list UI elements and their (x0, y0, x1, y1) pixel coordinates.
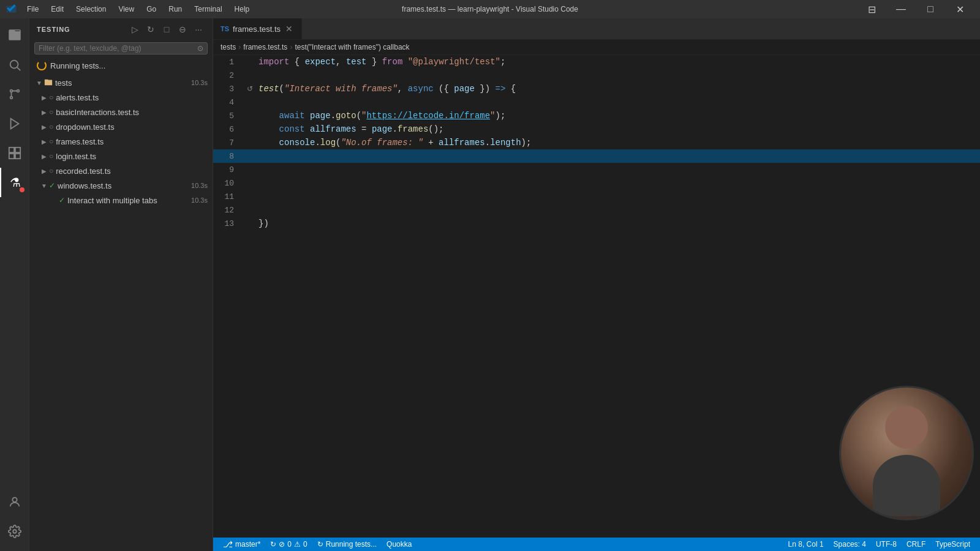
tree-item-interact-tabs[interactable]: ✓ Interact with multiple tabs 10.3s (29, 193, 213, 208)
code-line-9: 9 (213, 163, 980, 176)
maximize-button[interactable]: □ (916, 0, 944, 18)
frames-label: frames.test.ts (56, 137, 213, 146)
line-gutter-8 (244, 149, 256, 163)
close-button[interactable]: ✕ (946, 0, 974, 18)
menu-file[interactable]: File (22, 4, 43, 15)
expand-icon: ▶ (39, 166, 49, 176)
line-content-10[interactable] (256, 176, 980, 190)
svg-point-11 (12, 498, 17, 502)
line-content-1[interactable]: import { expect, test } from "@playwrigh… (256, 55, 980, 69)
svg-rect-7 (9, 148, 13, 152)
line-gutter-11 (244, 190, 256, 203)
more-actions-button[interactable]: ··· (192, 23, 205, 36)
git-branch-status[interactable]: ⎇ master* (218, 538, 265, 551)
ts-file-icon: TS (221, 25, 229, 32)
line-gutter-9 (244, 163, 256, 176)
line-content-7[interactable]: console.log("No.of frames: " + allframes… (256, 136, 980, 149)
line-content-2[interactable] (256, 69, 980, 82)
menu-edit[interactable]: Edit (46, 4, 69, 15)
breadcrumb-test[interactable]: test("Interact with frames") callback (295, 43, 409, 51)
encoding-status[interactable]: UTF-8 (871, 540, 902, 549)
tree-item-tests[interactable]: ▼ tests 10.3s (29, 75, 213, 90)
breadcrumb-tests[interactable]: tests (221, 43, 236, 51)
language-status[interactable]: TypeScript (930, 540, 975, 549)
tree-item-dropdown[interactable]: ▶ ○ dropdown.test.ts (29, 119, 213, 134)
line-gutter-1 (244, 55, 256, 69)
titlebar-controls: ⊟ — □ ✕ (858, 0, 974, 18)
svg-point-3 (10, 97, 12, 99)
filter-input[interactable] (39, 44, 197, 53)
expand-icon: ▶ (39, 151, 49, 161)
expand-icon: ▼ (34, 78, 44, 88)
filter-box[interactable]: ⊙ (34, 42, 208, 54)
frames-tab[interactable]: TS frames.test.ts ✕ (213, 18, 302, 39)
warnings-label: 0 (303, 540, 307, 549)
line-content-4[interactable] (256, 96, 980, 109)
sync-status[interactable]: ↻ ⊘ 0 ⚠ 0 (265, 538, 312, 551)
test-tree: ▼ tests 10.3s ▶ ○ alerts.test.ts ▶ ○ bas… (29, 74, 213, 551)
line-ending-status[interactable]: CRLF (902, 540, 930, 549)
layout-icon[interactable]: ⊟ (858, 0, 886, 18)
tab-label: frames.test.ts (233, 24, 281, 34)
menu-run[interactable]: Run (164, 4, 187, 15)
line-content-3[interactable]: test("Interact with frames", async ({ pa… (256, 82, 980, 96)
tree-item-recorded[interactable]: ▶ ○ recorded.test.ts (29, 163, 213, 178)
line-content-13[interactable]: }) (256, 217, 980, 230)
line-gutter-6 (244, 122, 256, 136)
run-debug-activity-icon[interactable] (0, 109, 29, 138)
tests-folder-label: tests (55, 78, 191, 88)
line-content-9[interactable] (256, 163, 980, 176)
quokka-status[interactable]: Quokka (382, 538, 417, 551)
tree-item-login[interactable]: ▶ ○ login.test.ts (29, 149, 213, 163)
position-status[interactable]: Ln 8, Col 1 (783, 540, 829, 549)
code-line-1: 1 import { expect, test } from "@playwri… (213, 55, 980, 69)
pass-icon: ✓ (49, 181, 55, 190)
circle-icon: ○ (49, 108, 53, 116)
git-branch-icon: ⎇ (223, 539, 233, 549)
line-content-11[interactable] (256, 190, 980, 203)
menu-go[interactable]: Go (141, 4, 161, 15)
app-container: ⚗ TESTING ▷ ↻ □ ⊖ ··· ⊙ (0, 18, 980, 551)
collapse-all-button[interactable]: ⊖ (176, 23, 189, 36)
circle-icon: ○ (49, 93, 53, 102)
tree-item-alerts[interactable]: ▶ ○ alerts.test.ts (29, 90, 213, 105)
menu-view[interactable]: View (113, 4, 139, 15)
menu-terminal[interactable]: Terminal (189, 4, 227, 15)
testing-activity-icon[interactable]: ⚗ (0, 168, 29, 197)
svg-point-4 (17, 90, 19, 92)
menu-help[interactable]: Help (230, 4, 255, 15)
spaces-label: Spaces: 4 (834, 540, 866, 549)
encoding-label: UTF-8 (876, 540, 897, 549)
tree-item-frames[interactable]: ▶ ○ frames.test.ts (29, 134, 213, 149)
search-activity-icon[interactable] (0, 50, 29, 80)
running-tests-status[interactable]: ↻ Running tests... (312, 538, 382, 551)
tab-close-button[interactable]: ✕ (284, 24, 294, 34)
accounts-activity-icon[interactable] (0, 487, 29, 517)
spaces-status[interactable]: Spaces: 4 (829, 540, 871, 549)
menu-selection[interactable]: Selection (71, 4, 111, 15)
line-number-3: 3 (213, 82, 244, 96)
stop-tests-button[interactable]: □ (160, 23, 173, 36)
breadcrumb-file[interactable]: frames.test.ts (243, 43, 287, 51)
tree-item-basic[interactable]: ▶ ○ basicInteractions.test.ts (29, 105, 213, 119)
sidebar-title: TESTING (37, 26, 70, 33)
line-gutter-13 (244, 217, 256, 230)
run-all-tests-button[interactable]: ▷ (128, 23, 141, 36)
filter-icon: ⊙ (197, 44, 203, 53)
code-table: 1 import { expect, test } from "@playwri… (213, 55, 980, 230)
tree-item-windows[interactable]: ▼ ✓ windows.test.ts 10.3s (29, 178, 213, 193)
source-control-activity-icon[interactable] (0, 80, 29, 109)
line-content-8[interactable] (256, 149, 980, 163)
breadcrumb: tests › frames.test.ts › test("Interact … (213, 40, 980, 55)
settings-activity-icon[interactable] (0, 517, 29, 546)
extensions-activity-icon[interactable] (0, 138, 29, 168)
minimize-button[interactable]: — (887, 0, 915, 18)
refresh-tests-button[interactable]: ↻ (144, 23, 157, 36)
explorer-activity-icon[interactable] (0, 21, 29, 50)
line-content-12[interactable] (256, 203, 980, 217)
line-content-6[interactable]: const allframes = page.frames(); (256, 122, 980, 136)
errors-count: ⊘ (279, 540, 285, 549)
line-content-5[interactable]: await page.goto("https://letcode.in/fram… (256, 109, 980, 122)
loading-spinner (37, 61, 47, 70)
login-label: login.test.ts (56, 152, 213, 161)
